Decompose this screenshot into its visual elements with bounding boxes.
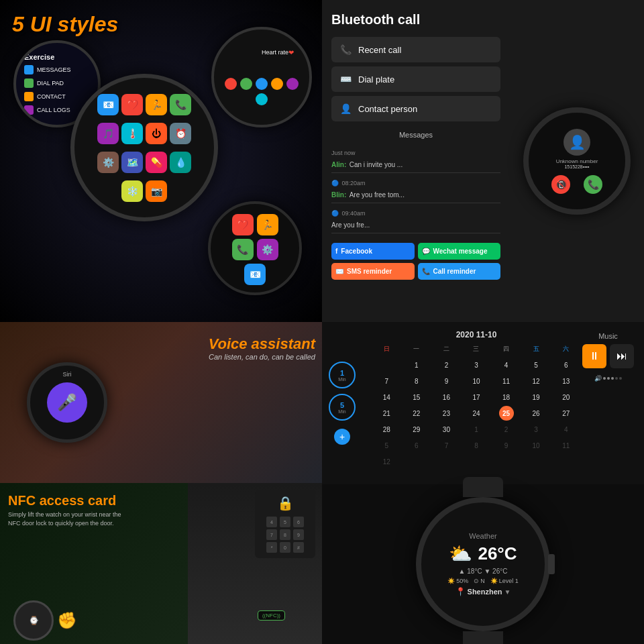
- dialpad-icon: [24, 78, 34, 88]
- location-pin-icon: 📍: [455, 587, 466, 596]
- caller-number: 1515228••••: [556, 164, 598, 169]
- sms-button[interactable]: ✉️ SMS reminder: [331, 263, 415, 280]
- wechat-label: Wechat message: [433, 248, 488, 255]
- cal-12: 12: [529, 374, 543, 388]
- messages-section: Messages Just now Alin: Can i invite you…: [331, 131, 500, 233]
- menu-calllogs-label: CALL LOGS: [37, 107, 70, 113]
- app-weather: 🌡️: [121, 123, 143, 144]
- caller-name: Unknown number: [556, 158, 598, 164]
- br-icon-4: ⚙️: [257, 239, 278, 260]
- cell-bluetooth: Bluetooth call 📞 Recent call ⌨️ Dial pla…: [322, 0, 644, 322]
- cal-19: 19: [529, 390, 543, 405]
- wd-wed: 三: [462, 343, 491, 355]
- main-grid: 5 UI styles Exercise MESSAGES DIAL PAD C…: [0, 0, 644, 644]
- br-icon-5: 📧: [244, 264, 266, 285]
- hr-dot-1: [225, 78, 237, 90]
- app-fitness: 🏃: [146, 94, 167, 115]
- cal-15: 15: [409, 390, 424, 405]
- social-buttons: f Facebook 💬 Wechat message ✉️ SMS remin…: [331, 243, 500, 280]
- sms-label: SMS reminder: [347, 268, 392, 275]
- wd-thu: 四: [492, 343, 521, 355]
- mic-button[interactable]: 🎤: [47, 382, 87, 423]
- cal-28: 28: [379, 422, 394, 437]
- recent-call-label: Recent call: [358, 45, 401, 55]
- cal-next-3: 3: [529, 422, 543, 437]
- voice-section: Siri 🎤 Voice assistant Can listen, can d…: [0, 322, 322, 483]
- cal-27: 27: [559, 406, 574, 421]
- app-fan: ❄️: [121, 180, 143, 202]
- hand-icon: ✊: [57, 611, 77, 630]
- keypad-row-2: 7 8 9: [266, 529, 304, 540]
- watch-main-center: 📧 ❤️ 🏃 📞 🎵 🌡️ ⏻ ⏰ ⚙️ 🗺️ 💊 💧 ❄️ 📷: [70, 74, 218, 221]
- app-settings: ⚙️: [97, 152, 119, 173]
- music-label: Music: [598, 332, 618, 340]
- menu-dialpad: DIAL PAD: [24, 78, 64, 88]
- cal-21: 21: [379, 406, 394, 421]
- nfc-section: NFC access card Simply lift the watch on…: [0, 483, 322, 644]
- recent-call-item[interactable]: 📞 Recent call: [331, 37, 500, 62]
- cal-2: 2: [439, 358, 453, 372]
- cal-prev-7: 7: [439, 438, 453, 453]
- contact-person-item[interactable]: 👤 Contact person: [331, 96, 500, 121]
- accept-call-button[interactable]: 📞: [584, 175, 602, 194]
- weather-watch: Weather ⛅ 26°C ▲ 18°C ▼ 26°C ☀️: [416, 497, 550, 631]
- wd-mon: 一: [402, 343, 431, 355]
- vol-dot-3: [611, 377, 614, 380]
- music-section: Music ⏸ ⏭ 🔊: [582, 332, 634, 382]
- weather-watch-container: Weather ⛅ 26°C ▲ 18°C ▼ 26°C ☀️: [416, 497, 550, 631]
- app-phone: 📞: [170, 94, 191, 115]
- msg-sender-2: Blin:: [331, 191, 346, 199]
- timer-2: 5 Min: [329, 394, 356, 421]
- cal-8: 8: [409, 374, 424, 388]
- msg-item-2: 🔵 08:20am Blin: Are you free tom...: [331, 173, 500, 203]
- menu-contact-label: CONTACT: [37, 93, 66, 100]
- volume-bar: 🔊: [594, 375, 622, 382]
- cal-prev-6: 6: [409, 438, 424, 453]
- menu-messages: MESSAGES: [24, 65, 71, 74]
- cal-empty-1: [379, 358, 394, 372]
- weather-main: ⛅ 26°C: [449, 543, 517, 565]
- door-lock-panel: 🔒 4 5 6 7 8 9 * 0 #: [255, 490, 315, 558]
- calendar-weekdays: 日 一 二 三 四 五 六: [372, 343, 580, 355]
- facebook-button[interactable]: f Facebook: [331, 243, 415, 260]
- msg-time-2-val: 08:20am: [341, 180, 365, 186]
- nfc-subtitle: Simply lift the watch on your wrist near…: [8, 511, 129, 527]
- menu-contact: CONTACT: [24, 92, 66, 101]
- calendar-grid: 1 2 3 4 5 6 7 8 9 10 11 12 13 14 15 16 1: [372, 358, 580, 469]
- timer-1: 1 Min: [329, 362, 356, 388]
- br-icon-2: 🏃: [257, 214, 278, 235]
- callreminder-button[interactable]: 📞 Call reminder: [418, 263, 501, 280]
- br-icon-3: 📞: [232, 239, 254, 260]
- add-timer-button[interactable]: +: [334, 429, 350, 445]
- cal-14: 14: [379, 390, 394, 405]
- play-button[interactable]: ⏸: [582, 344, 606, 368]
- level-icon: ☀️: [490, 578, 498, 584]
- weather-watch-area: Weather ⛅ 26°C ▲ 18°C ▼ 26°C ☀️: [322, 484, 644, 644]
- level-val: Level 1: [499, 578, 519, 584]
- cal-prev-9: 9: [499, 438, 514, 453]
- msg-text-3: Are you fre...: [331, 221, 370, 229]
- caller-avatar: 👤: [564, 129, 590, 156]
- fb-icon: f: [335, 248, 337, 255]
- contact-icon: [24, 92, 34, 101]
- voice-subtitle: Can listen, can do, can be called: [209, 353, 315, 361]
- app-map: 🗺️: [121, 152, 143, 173]
- cal-23: 23: [439, 406, 453, 421]
- br-icon-1: ❤️: [232, 214, 254, 235]
- dial-plate-item[interactable]: ⌨️ Dial plate: [331, 66, 500, 92]
- watch-band-bottom: [463, 631, 503, 644]
- cal-next-4: 4: [559, 422, 574, 437]
- cal-24: 24: [469, 406, 484, 421]
- voice-text-area: Voice assistant Can listen, can do, can …: [209, 335, 315, 361]
- messages-icon: [24, 65, 34, 74]
- decline-call-button[interactable]: 📵: [551, 175, 570, 194]
- weather-location: 📍 Shenzhen ▼: [455, 587, 511, 596]
- weather-stats: ☀️ 50% ⊙ N ☀️ Level 1: [447, 578, 519, 584]
- cal-prev-11: 11: [559, 438, 574, 453]
- calllogs-icon: [24, 105, 34, 115]
- timer-1-num: 1: [340, 369, 344, 377]
- next-button[interactable]: ⏭: [610, 344, 634, 368]
- weather-low: ▲: [459, 568, 466, 575]
- calendar-content: 2020 11-10 日 一 二 三 四 五 六 1 2 3 4 5: [372, 330, 580, 469]
- wechat-button[interactable]: 💬 Wechat message: [418, 243, 501, 260]
